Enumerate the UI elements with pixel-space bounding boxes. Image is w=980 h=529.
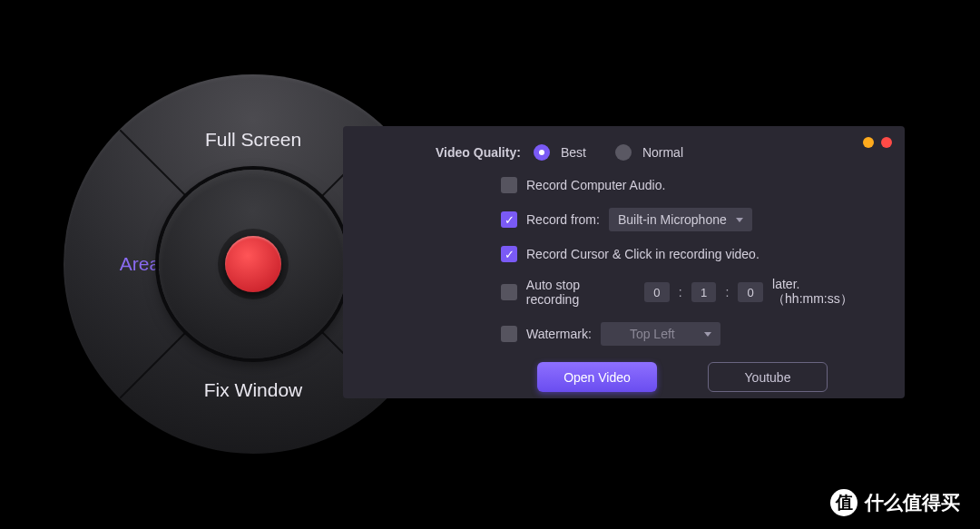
- select-watermark-position[interactable]: Top Left: [601, 322, 720, 346]
- auto-stop-ss[interactable]: 0: [738, 282, 763, 302]
- chevron-down-icon: [704, 332, 711, 337]
- close-dot[interactable]: [881, 137, 892, 148]
- record-button[interactable]: [225, 236, 281, 292]
- watermark-row: Watermark: Top Left: [501, 322, 879, 346]
- select-record-from-value: Built-in Microphone: [618, 212, 727, 227]
- radio-best-label: Best: [561, 145, 586, 160]
- mode-fix-window[interactable]: Fix Window: [190, 379, 317, 401]
- checkbox-auto-stop[interactable]: [501, 284, 517, 300]
- record-from-row: Record from: Built-in Microphone: [501, 208, 879, 231]
- auto-stop-suffix: later.（hh:mm:ss）: [772, 277, 879, 308]
- radio-normal-label: Normal: [642, 145, 683, 160]
- colon: :: [725, 285, 729, 299]
- select-watermark-value: Top Left: [610, 327, 695, 341]
- record-cursor-row: Record Cursor & Click in recording video…: [501, 246, 879, 262]
- dial-hub: [159, 170, 348, 358]
- auto-stop-mm[interactable]: 1: [691, 282, 717, 302]
- auto-stop-row: Auto stop recording 0 : 1 : 0 later.（hh:…: [501, 277, 879, 308]
- video-quality-label: Video Quality:: [436, 145, 521, 160]
- record-audio-row: Record Computer Audio.: [501, 177, 879, 193]
- auto-stop-hh[interactable]: 0: [644, 282, 670, 302]
- chevron-down-icon: [736, 218, 743, 222]
- radio-best[interactable]: [534, 144, 550, 161]
- mode-full-screen[interactable]: Full Screen: [190, 129, 317, 151]
- youtube-button[interactable]: Youtube: [708, 362, 828, 392]
- radio-normal[interactable]: [615, 144, 632, 161]
- window-controls: [863, 137, 892, 148]
- record-audio-label: Record Computer Audio.: [526, 178, 665, 192]
- auto-stop-label: Auto stop recording: [526, 278, 635, 307]
- record-cursor-label: Record Cursor & Click in recording video…: [526, 247, 760, 261]
- minimize-dot[interactable]: [863, 137, 874, 148]
- colon: :: [679, 285, 682, 299]
- checkbox-record-from[interactable]: [501, 211, 517, 228]
- open-video-button[interactable]: Open Video: [537, 362, 657, 392]
- watermark-label: Watermark:: [526, 327, 592, 341]
- site-watermark: 值 什么值得买: [830, 489, 960, 516]
- checkbox-record-audio[interactable]: [501, 177, 517, 193]
- checkbox-record-cursor[interactable]: [501, 246, 517, 262]
- checkbox-watermark[interactable]: [501, 326, 517, 342]
- settings-panel: Video Quality: Best Normal Record Comput…: [343, 126, 905, 398]
- select-record-from[interactable]: Built-in Microphone: [609, 208, 752, 231]
- watermark-text: 什么值得买: [865, 490, 960, 515]
- button-row: Open Video Youtube: [537, 362, 879, 392]
- video-quality-row: Video Quality: Best Normal: [436, 144, 879, 161]
- watermark-badge-icon: 值: [830, 489, 858, 516]
- record-from-label: Record from:: [526, 212, 600, 227]
